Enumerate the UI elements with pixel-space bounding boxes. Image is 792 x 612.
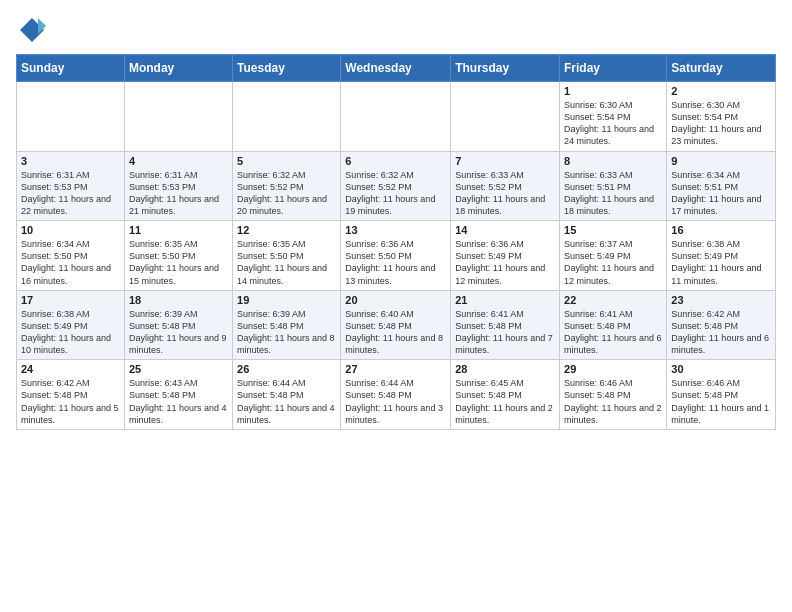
day-number: 22 [564,294,662,306]
week-row-4: 17Sunrise: 6:38 AM Sunset: 5:49 PM Dayli… [17,290,776,360]
calendar-cell: 19Sunrise: 6:39 AM Sunset: 5:48 PM Dayli… [233,290,341,360]
page-header [16,16,776,44]
logo [16,16,46,44]
calendar-cell: 20Sunrise: 6:40 AM Sunset: 5:48 PM Dayli… [341,290,451,360]
day-info: Sunrise: 6:30 AM Sunset: 5:54 PM Dayligh… [671,99,771,148]
weekday-header-tuesday: Tuesday [233,55,341,82]
day-number: 10 [21,224,120,236]
day-number: 17 [21,294,120,306]
calendar-cell: 22Sunrise: 6:41 AM Sunset: 5:48 PM Dayli… [560,290,667,360]
calendar-cell: 23Sunrise: 6:42 AM Sunset: 5:48 PM Dayli… [667,290,776,360]
day-info: Sunrise: 6:33 AM Sunset: 5:52 PM Dayligh… [455,169,555,218]
weekday-header-row: SundayMondayTuesdayWednesdayThursdayFrid… [17,55,776,82]
day-number: 4 [129,155,228,167]
day-number: 19 [237,294,336,306]
day-number: 5 [237,155,336,167]
day-info: Sunrise: 6:46 AM Sunset: 5:48 PM Dayligh… [564,377,662,426]
day-info: Sunrise: 6:36 AM Sunset: 5:49 PM Dayligh… [455,238,555,287]
calendar-cell [341,82,451,152]
day-info: Sunrise: 6:42 AM Sunset: 5:48 PM Dayligh… [21,377,120,426]
day-info: Sunrise: 6:34 AM Sunset: 5:50 PM Dayligh… [21,238,120,287]
day-info: Sunrise: 6:35 AM Sunset: 5:50 PM Dayligh… [237,238,336,287]
day-info: Sunrise: 6:31 AM Sunset: 5:53 PM Dayligh… [129,169,228,218]
weekday-header-thursday: Thursday [451,55,560,82]
day-number: 8 [564,155,662,167]
week-row-1: 1Sunrise: 6:30 AM Sunset: 5:54 PM Daylig… [17,82,776,152]
calendar-cell: 4Sunrise: 6:31 AM Sunset: 5:53 PM Daylig… [124,151,232,221]
day-info: Sunrise: 6:36 AM Sunset: 5:50 PM Dayligh… [345,238,446,287]
day-number: 7 [455,155,555,167]
day-info: Sunrise: 6:43 AM Sunset: 5:48 PM Dayligh… [129,377,228,426]
day-number: 9 [671,155,771,167]
day-number: 28 [455,363,555,375]
day-info: Sunrise: 6:37 AM Sunset: 5:49 PM Dayligh… [564,238,662,287]
calendar-cell: 18Sunrise: 6:39 AM Sunset: 5:48 PM Dayli… [124,290,232,360]
calendar-cell: 1Sunrise: 6:30 AM Sunset: 5:54 PM Daylig… [560,82,667,152]
day-number: 6 [345,155,446,167]
day-info: Sunrise: 6:35 AM Sunset: 5:50 PM Dayligh… [129,238,228,287]
calendar-cell: 17Sunrise: 6:38 AM Sunset: 5:49 PM Dayli… [17,290,125,360]
calendar: SundayMondayTuesdayWednesdayThursdayFrid… [16,54,776,430]
day-info: Sunrise: 6:44 AM Sunset: 5:48 PM Dayligh… [237,377,336,426]
day-info: Sunrise: 6:45 AM Sunset: 5:48 PM Dayligh… [455,377,555,426]
day-info: Sunrise: 6:38 AM Sunset: 5:49 PM Dayligh… [21,308,120,357]
day-info: Sunrise: 6:40 AM Sunset: 5:48 PM Dayligh… [345,308,446,357]
calendar-cell: 16Sunrise: 6:38 AM Sunset: 5:49 PM Dayli… [667,221,776,291]
day-number: 30 [671,363,771,375]
calendar-cell: 11Sunrise: 6:35 AM Sunset: 5:50 PM Dayli… [124,221,232,291]
day-info: Sunrise: 6:38 AM Sunset: 5:49 PM Dayligh… [671,238,771,287]
week-row-2: 3Sunrise: 6:31 AM Sunset: 5:53 PM Daylig… [17,151,776,221]
calendar-cell: 5Sunrise: 6:32 AM Sunset: 5:52 PM Daylig… [233,151,341,221]
calendar-cell: 28Sunrise: 6:45 AM Sunset: 5:48 PM Dayli… [451,360,560,430]
calendar-cell: 27Sunrise: 6:44 AM Sunset: 5:48 PM Dayli… [341,360,451,430]
day-number: 15 [564,224,662,236]
calendar-cell: 21Sunrise: 6:41 AM Sunset: 5:48 PM Dayli… [451,290,560,360]
day-number: 11 [129,224,228,236]
day-info: Sunrise: 6:30 AM Sunset: 5:54 PM Dayligh… [564,99,662,148]
calendar-cell [17,82,125,152]
weekday-header-wednesday: Wednesday [341,55,451,82]
calendar-cell: 10Sunrise: 6:34 AM Sunset: 5:50 PM Dayli… [17,221,125,291]
day-info: Sunrise: 6:42 AM Sunset: 5:48 PM Dayligh… [671,308,771,357]
weekday-header-friday: Friday [560,55,667,82]
day-info: Sunrise: 6:34 AM Sunset: 5:51 PM Dayligh… [671,169,771,218]
calendar-cell: 14Sunrise: 6:36 AM Sunset: 5:49 PM Dayli… [451,221,560,291]
day-info: Sunrise: 6:44 AM Sunset: 5:48 PM Dayligh… [345,377,446,426]
calendar-cell: 7Sunrise: 6:33 AM Sunset: 5:52 PM Daylig… [451,151,560,221]
week-row-5: 24Sunrise: 6:42 AM Sunset: 5:48 PM Dayli… [17,360,776,430]
day-info: Sunrise: 6:41 AM Sunset: 5:48 PM Dayligh… [564,308,662,357]
day-number: 1 [564,85,662,97]
day-number: 20 [345,294,446,306]
day-number: 12 [237,224,336,236]
calendar-cell [451,82,560,152]
weekday-header-saturday: Saturday [667,55,776,82]
day-info: Sunrise: 6:46 AM Sunset: 5:48 PM Dayligh… [671,377,771,426]
day-info: Sunrise: 6:39 AM Sunset: 5:48 PM Dayligh… [237,308,336,357]
day-number: 18 [129,294,228,306]
calendar-cell: 3Sunrise: 6:31 AM Sunset: 5:53 PM Daylig… [17,151,125,221]
calendar-cell: 9Sunrise: 6:34 AM Sunset: 5:51 PM Daylig… [667,151,776,221]
day-info: Sunrise: 6:32 AM Sunset: 5:52 PM Dayligh… [345,169,446,218]
day-number: 21 [455,294,555,306]
calendar-cell [124,82,232,152]
day-number: 3 [21,155,120,167]
weekday-header-sunday: Sunday [17,55,125,82]
week-row-3: 10Sunrise: 6:34 AM Sunset: 5:50 PM Dayli… [17,221,776,291]
day-number: 24 [21,363,120,375]
calendar-cell: 24Sunrise: 6:42 AM Sunset: 5:48 PM Dayli… [17,360,125,430]
calendar-cell: 30Sunrise: 6:46 AM Sunset: 5:48 PM Dayli… [667,360,776,430]
day-number: 13 [345,224,446,236]
weekday-header-monday: Monday [124,55,232,82]
day-number: 25 [129,363,228,375]
day-info: Sunrise: 6:39 AM Sunset: 5:48 PM Dayligh… [129,308,228,357]
calendar-cell: 29Sunrise: 6:46 AM Sunset: 5:48 PM Dayli… [560,360,667,430]
day-number: 23 [671,294,771,306]
calendar-cell: 25Sunrise: 6:43 AM Sunset: 5:48 PM Dayli… [124,360,232,430]
calendar-cell: 12Sunrise: 6:35 AM Sunset: 5:50 PM Dayli… [233,221,341,291]
calendar-cell: 6Sunrise: 6:32 AM Sunset: 5:52 PM Daylig… [341,151,451,221]
day-number: 14 [455,224,555,236]
day-number: 26 [237,363,336,375]
day-info: Sunrise: 6:31 AM Sunset: 5:53 PM Dayligh… [21,169,120,218]
logo-icon [18,16,46,44]
calendar-cell: 13Sunrise: 6:36 AM Sunset: 5:50 PM Dayli… [341,221,451,291]
